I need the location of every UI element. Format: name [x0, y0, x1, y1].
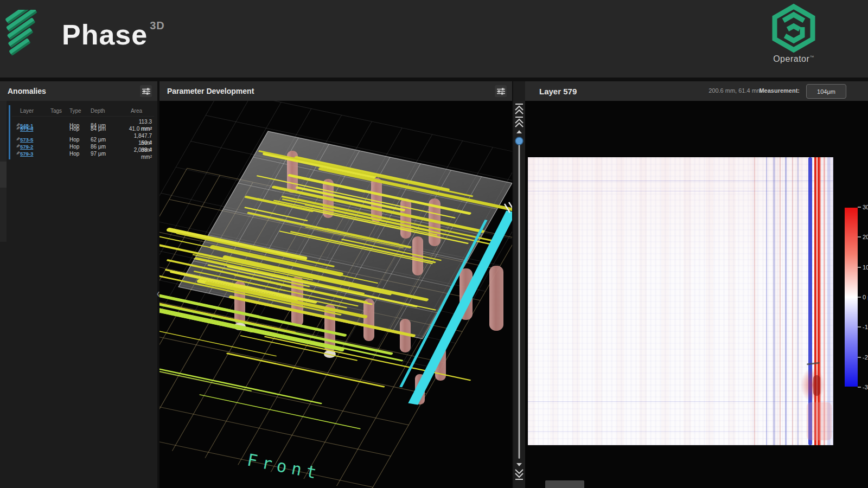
anomalies-filter-button[interactable] [140, 85, 152, 97]
colorbar-tick: 20 [858, 234, 868, 240]
app-window: Phase3D Operator™ Anomalies [0, 0, 868, 488]
edit-pencil-icon[interactable]: ✎ [12, 136, 20, 143]
measurement-label: Measurement: [759, 87, 800, 94]
table-selection-bar [9, 105, 10, 159]
front-axis-label: Front [246, 450, 323, 484]
colorbar-tick: -10 [858, 324, 868, 330]
tick-dash [858, 326, 861, 328]
operator-wordmark: Operator™ [758, 54, 829, 64]
brand-sup: 3D [150, 20, 165, 31]
measurement-value-badge[interactable]: 104μm [806, 84, 846, 99]
colorbar-tick: -30 [858, 384, 868, 390]
anomalies-panel: Layer Tags Type Depth Area ✎ 548-1 Hop 8… [0, 101, 157, 488]
tick-dash [858, 267, 861, 268]
brand-name: Phase3D [62, 18, 165, 51]
colorbar-tick: 10 [858, 264, 868, 271]
tick-dash [858, 357, 861, 358]
cell-depth: 86 μm [91, 143, 127, 150]
colorbar-tick: 30 [858, 204, 868, 210]
operator-logo-icon [769, 3, 819, 53]
layer-title: Layer 579 [525, 87, 577, 96]
cell-area: 41.0 mm² [127, 125, 154, 132]
left-edge-rail-tab[interactable] [0, 162, 7, 188]
colorbar-gradient [845, 208, 858, 387]
phase3d-logo: Phase3D [5, 10, 165, 60]
jump-bottom-icon[interactable] [515, 470, 523, 479]
tick-dash [858, 297, 861, 298]
step-up-icon[interactable] [516, 130, 522, 133]
cell-type: Hop [69, 125, 91, 132]
cell-depth: 84 μm [91, 125, 127, 132]
edit-pencil-icon[interactable]: ✎ [12, 143, 20, 150]
jump-top-icon[interactable] [515, 104, 523, 114]
cell-depth: 62 μm [91, 136, 127, 143]
layer-heatmap[interactable] [528, 157, 833, 445]
anomalies-panel-header: Anomalies [0, 81, 157, 101]
cursor-coordinates: 200.6 mm, 61.4 mm [709, 87, 762, 94]
cell-depth: 97 μm [91, 150, 127, 157]
table-row[interactable]: ✎ 573-5 Hop 62 μm 1,847.7 mm² [12, 132, 154, 139]
layer-slider-thumb[interactable] [515, 137, 523, 145]
parameter-3d-viewport[interactable]: Front [159, 101, 512, 488]
cell-type: Hop [69, 136, 91, 143]
cell-area: 2,038.4 mm² [127, 146, 154, 160]
operator-logo: Operator™ [758, 3, 829, 64]
layer-link[interactable]: 573-5 [20, 136, 50, 143]
scale-chip[interactable] [545, 480, 584, 488]
layer-link[interactable]: 573-4 [20, 125, 50, 132]
colorbar-tick: -20 [858, 354, 868, 361]
colorbar-ticks: 30 20 10 0 μm -10 -20 -30 [858, 204, 868, 390]
anomalies-title: Anomalies [0, 87, 46, 95]
parameter-title: Parameter Development [159, 87, 254, 95]
parameter-panel-header: Parameter Development [159, 81, 512, 101]
table-row[interactable]: ✎ 548-1 Hop 84 μm 113.3 mm² [12, 118, 154, 125]
cell-type: Hop [69, 150, 91, 157]
layer-panel-header: Layer 579 200.6 mm, 61.4 mm Measurement:… [525, 81, 868, 101]
layer-slider-strip [513, 81, 525, 488]
top-header-band: Phase3D Operator™ [0, 0, 868, 78]
parameter-filter-button[interactable] [495, 85, 507, 97]
layer-link[interactable]: 579-3 [20, 150, 50, 157]
layer-link[interactable]: 579-2 [20, 143, 50, 150]
tick-dash [858, 207, 861, 208]
layer-slider-track[interactable] [519, 140, 520, 459]
page-up-icon[interactable] [515, 117, 523, 127]
tick-dash [858, 236, 861, 237]
sliders-icon [142, 88, 150, 95]
layer-heatmap-panel: 30 20 10 0 μm -10 -20 -30 [525, 101, 868, 488]
anomalies-table-body: ✎ 548-1 Hop 84 μm 113.3 mm² ✎ 573-4 Hop … [12, 118, 154, 153]
anomalies-table: Layer Tags Type Depth Area ✎ 548-1 Hop 8… [12, 105, 154, 153]
edit-pencil-icon[interactable]: ✎ [12, 125, 20, 132]
table-row[interactable]: ✎ 573-4 Hop 84 μm 41.0 mm² [12, 125, 154, 132]
anomalies-table-header-row: Layer Tags Type Depth Area [12, 105, 154, 117]
panel-collapse-handle[interactable]: ❮ [156, 291, 161, 297]
sliders-icon [497, 88, 505, 95]
edit-pencil-icon[interactable]: ✎ [12, 150, 20, 157]
tick-dash [858, 387, 861, 388]
colorbar-tick: 0 μm [858, 294, 868, 300]
step-down-icon[interactable] [516, 463, 522, 466]
phase3d-logo-icon [5, 10, 52, 60]
cell-type: Hop [69, 143, 91, 150]
